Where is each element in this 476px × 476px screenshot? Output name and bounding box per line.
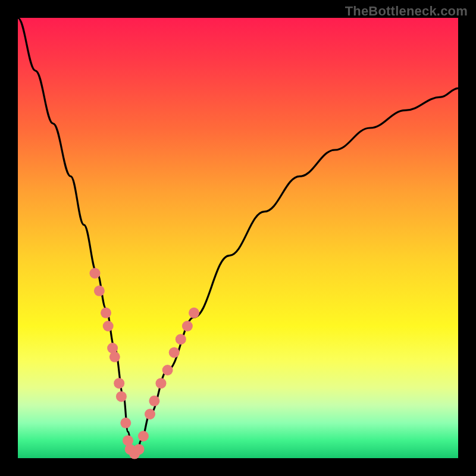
curve-marker: [109, 352, 120, 362]
curve-marker: [103, 321, 114, 331]
curve-marker: [162, 365, 173, 375]
curve-marker: [90, 268, 101, 278]
watermark-text: TheBottleneck.com: [345, 4, 468, 19]
curve-marker: [101, 308, 111, 318]
curve-marker: [94, 286, 105, 296]
curve-marker: [182, 321, 193, 331]
curve-marker: [176, 334, 186, 345]
curve-marker: [189, 308, 199, 318]
curve-marker: [114, 378, 124, 389]
chart-svg: [18, 18, 458, 458]
curve-marker: [145, 409, 155, 419]
curve-marker: [134, 444, 145, 455]
curve-marker: [169, 347, 180, 358]
curve-marker: [120, 418, 131, 428]
plot-area: [18, 18, 458, 458]
curve-marker: [138, 431, 149, 441]
curve-marker: [149, 396, 159, 406]
curve-marker: [156, 378, 167, 389]
curve-marker: [116, 391, 127, 402]
chart-frame: TheBottleneck.com: [0, 0, 476, 476]
bottleneck-curve: [18, 18, 458, 454]
